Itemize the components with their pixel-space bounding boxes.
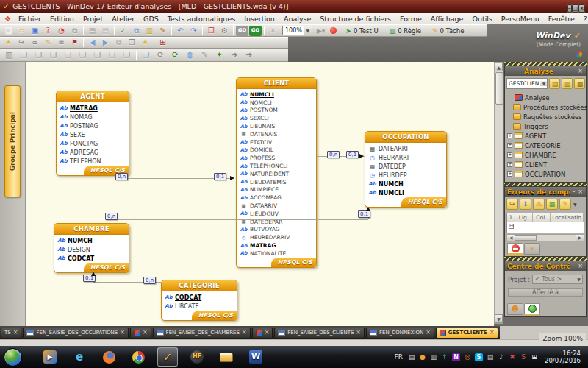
start-button[interactable] xyxy=(4,348,22,367)
field-design[interactable]: AbDESIGN xyxy=(57,245,127,254)
entity-occupation[interactable]: OCCUPATION▦DATEARRI◷HEURARRI▦DATEDEP◷HEU… xyxy=(365,131,447,208)
tab-close-icon[interactable]: × xyxy=(143,330,148,336)
errors-col-localisatio[interactable]: Localisatio xyxy=(551,213,584,222)
tray-winflag-icon[interactable]: ⊞ xyxy=(531,353,538,361)
field-lieudatemis[interactable]: AbLIEUDATEMIS xyxy=(240,178,315,186)
tree-item-chambre[interactable]: +CHAMBRE xyxy=(506,150,586,160)
expand-icon[interactable]: + xyxy=(507,133,512,138)
tab-close-icon[interactable]: × xyxy=(356,330,361,336)
world-icon[interactable]: ◍ xyxy=(183,49,197,61)
tab-close-icon[interactable]: × xyxy=(426,330,431,336)
menu-outils[interactable]: Outils xyxy=(467,13,496,24)
field-datearri[interactable]: ▦DATEARRI xyxy=(368,144,445,153)
import-icon[interactable]: ➜ xyxy=(227,49,241,61)
taskbar-app-mediaplayer[interactable]: ▶ xyxy=(40,347,60,367)
format-brush-icon[interactable]: ✎ xyxy=(157,26,169,36)
data-file-2-icon[interactable]: ❏ xyxy=(32,49,46,61)
notification-ball-icon[interactable] xyxy=(576,51,582,57)
tray-update-icon[interactable]: ● xyxy=(419,353,426,361)
file-search-icon[interactable]: ❏ xyxy=(139,49,153,61)
maximize-icon[interactable]: □ xyxy=(572,4,579,13)
language-indicator[interactable]: FR xyxy=(395,353,404,361)
field-datenais[interactable]: ▦DATENAIS xyxy=(240,130,315,138)
field-natureident[interactable]: AbNATUREIDENT xyxy=(240,170,315,178)
scrollbar-thumb[interactable] xyxy=(514,235,537,241)
field-etatciv[interactable]: AbETATCIV xyxy=(240,138,315,146)
scroll-right-icon[interactable]: ▶ xyxy=(576,235,584,241)
data-file-4-icon[interactable]: ❏ xyxy=(61,49,75,61)
project-help-icon[interactable]: ? xyxy=(42,26,54,36)
errors-col-lig[interactable]: Lig. xyxy=(515,213,533,222)
field-heurarri[interactable]: ◷HEURARRI xyxy=(368,153,445,162)
field-heuredarriv[interactable]: ◷HEUREDARRIV xyxy=(240,233,315,241)
errors-horizontal-scrollbar[interactable]: ◀ ▶ xyxy=(506,234,584,241)
field-libcate[interactable]: AbLIBCATE xyxy=(165,302,235,311)
doc-tab-fen_saisie_des_occupations[interactable]: FEN_SAISIE_DES_OCCUPATIONS× xyxy=(23,328,128,339)
project-explorer-icon[interactable]: ⧉ xyxy=(68,26,81,36)
split-merge-icon[interactable]: ❒ xyxy=(126,38,138,48)
app-menu-icon[interactable]: ❖ xyxy=(4,15,11,23)
new-element-icon[interactable]: ✦ xyxy=(2,38,15,48)
settings-gear-icon[interactable]: ⚙ xyxy=(218,26,231,36)
table-grid-icon[interactable]: ⊞ xyxy=(157,38,169,48)
data-file-5-icon[interactable]: ❏ xyxy=(76,49,90,61)
go-test-gray-icon[interactable]: GO xyxy=(236,26,248,36)
field-matrag[interactable]: AbMATRAG xyxy=(240,241,315,250)
menu-persomenu[interactable]: PersoMenu xyxy=(497,13,544,24)
project-combo[interactable]: < Tous > ▼ xyxy=(532,275,583,284)
field-matrag[interactable]: AbMATRAG xyxy=(60,104,127,113)
tree-item-categorie[interactable]: +CATEGORIE xyxy=(506,141,586,150)
tray-network-icon[interactable]: ✖ xyxy=(509,353,516,361)
diagram-canvas[interactable]: AGENTAbMATRAGAbNOMAGAbPOSTNAGAbSEXEAbFON… xyxy=(25,62,494,326)
panel-close-icon[interactable]: × xyxy=(577,68,584,75)
tray-printer-icon[interactable]: ▤ xyxy=(408,353,415,361)
entity-agent[interactable]: AGENTAbMATRAGAbNOMAGAbPOSTNAGAbSEXEAbFON… xyxy=(56,91,129,176)
tab-close-icon[interactable]: × xyxy=(242,330,247,336)
analysis-icon[interactable]: ❒ xyxy=(205,26,218,36)
copy-icon[interactable]: ⧉ xyxy=(130,26,143,36)
tree-item-client[interactable]: +CLIENT xyxy=(506,160,586,169)
field-butvoyag[interactable]: AbBUTVOYAG xyxy=(240,226,315,234)
tree-item-occupation[interactable]: +OCCUPATION xyxy=(506,169,586,179)
panel-close-icon[interactable]: × xyxy=(577,188,584,196)
taskbar-app-ie[interactable]: e xyxy=(69,347,90,367)
expand-icon[interactable]: + xyxy=(507,143,512,148)
run-test-button[interactable]: ▶▾ xyxy=(315,27,326,35)
tab-close-icon[interactable]: × xyxy=(490,330,495,336)
taskbar-app-word[interactable]: W xyxy=(245,347,266,367)
field-lieudouv[interactable]: AbLIEUDOUV xyxy=(240,210,315,218)
panel-minimize-icon[interactable]: – xyxy=(570,263,577,270)
entity-title[interactable]: CHAMBRE xyxy=(54,224,129,235)
finish-flag-icon[interactable]: ⚑ xyxy=(68,38,81,48)
field-domicil[interactable]: AbDOMICIL xyxy=(240,146,315,155)
chevron-down-icon[interactable]: ▼ xyxy=(304,26,312,35)
field-codcat[interactable]: AbCODCAT xyxy=(165,293,235,302)
field-datarriv[interactable]: ▦DATARRIV xyxy=(240,202,315,210)
entity-chambre[interactable]: CHAMBREAbNUMCHAbDESIGNAbCODCATHFSQL C/S xyxy=(54,223,129,273)
edit-note-icon[interactable]: ✎ xyxy=(42,38,54,48)
tab-errors[interactable] xyxy=(507,243,523,255)
new-folder-icon[interactable]: ✦ xyxy=(139,38,151,48)
tree-item-analyse[interactable]: Analyse xyxy=(506,93,586,102)
scroll-left-icon[interactable]: ◀ xyxy=(507,235,514,241)
panel-window-icon[interactable]: ▦ xyxy=(574,78,585,89)
cardinality-label[interactable]: 0,n xyxy=(105,213,118,220)
field-datedep[interactable]: ▦DATEDEP xyxy=(368,162,445,171)
go-test-green-icon[interactable]: GO xyxy=(249,26,262,36)
zoom-combo[interactable]: 100%▼ xyxy=(282,26,312,35)
expand-icon[interactable]: + xyxy=(507,162,512,167)
rule-counter[interactable]: ▥0 Règle xyxy=(384,27,426,35)
record-icon[interactable] xyxy=(330,27,337,34)
menu-atelier[interactable]: Atelier xyxy=(107,13,139,24)
scrollbar-thumb[interactable] xyxy=(495,72,503,105)
errors-grid-body[interactable]: ⊟ xyxy=(507,222,584,233)
tab-status[interactable] xyxy=(524,303,540,315)
new-document-icon[interactable]: ❏ xyxy=(2,26,15,36)
dashboard-gauge-icon[interactable]: ◔ xyxy=(55,26,68,36)
analysis-selector-combo[interactable]: GESTCLIEN ▼ xyxy=(506,78,548,89)
tab-close-icon[interactable]: × xyxy=(13,330,18,336)
errors-col-1[interactable]: 1 xyxy=(507,213,515,222)
panel-columns-icon[interactable]: ▥ xyxy=(562,78,573,89)
analyse-panel-titlebar[interactable]: Analyse – × xyxy=(505,66,586,76)
forward-icon[interactable]: ▶ xyxy=(99,38,112,48)
